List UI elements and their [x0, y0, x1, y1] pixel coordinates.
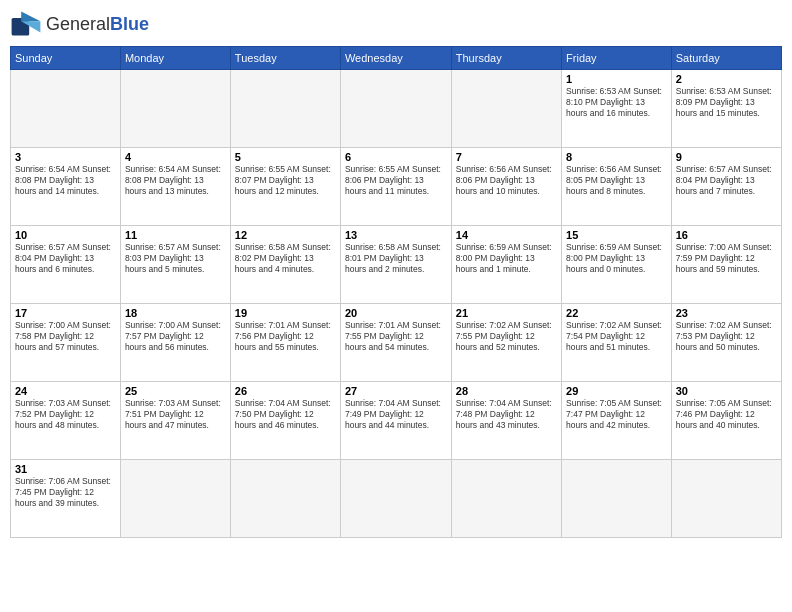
- calendar-cell: 1Sunrise: 6:53 AM Sunset: 8:10 PM Daylig…: [562, 70, 672, 148]
- calendar-cell: [671, 460, 781, 538]
- calendar-header-row: SundayMondayTuesdayWednesdayThursdayFrid…: [11, 47, 782, 70]
- day-number: 25: [125, 385, 226, 397]
- day-info: Sunrise: 6:55 AM Sunset: 8:06 PM Dayligh…: [345, 164, 447, 197]
- calendar-cell: 24Sunrise: 7:03 AM Sunset: 7:52 PM Dayli…: [11, 382, 121, 460]
- calendar-cell: 12Sunrise: 6:58 AM Sunset: 8:02 PM Dayli…: [230, 226, 340, 304]
- day-info: Sunrise: 6:56 AM Sunset: 8:05 PM Dayligh…: [566, 164, 667, 197]
- calendar-cell: [451, 460, 561, 538]
- day-number: 21: [456, 307, 557, 319]
- day-header-friday: Friday: [562, 47, 672, 70]
- calendar-cell: 23Sunrise: 7:02 AM Sunset: 7:53 PM Dayli…: [671, 304, 781, 382]
- calendar-cell: [340, 460, 451, 538]
- day-info: Sunrise: 7:04 AM Sunset: 7:50 PM Dayligh…: [235, 398, 336, 431]
- day-number: 20: [345, 307, 447, 319]
- calendar-cell: 30Sunrise: 7:05 AM Sunset: 7:46 PM Dayli…: [671, 382, 781, 460]
- logo-icon: [10, 10, 42, 38]
- calendar-cell: [230, 70, 340, 148]
- calendar-cell: [120, 460, 230, 538]
- day-number: 13: [345, 229, 447, 241]
- logo: GeneralBlue: [10, 10, 149, 38]
- calendar-cell: 17Sunrise: 7:00 AM Sunset: 7:58 PM Dayli…: [11, 304, 121, 382]
- day-info: Sunrise: 7:01 AM Sunset: 7:55 PM Dayligh…: [345, 320, 447, 353]
- calendar-cell: 15Sunrise: 6:59 AM Sunset: 8:00 PM Dayli…: [562, 226, 672, 304]
- calendar-cell: 18Sunrise: 7:00 AM Sunset: 7:57 PM Dayli…: [120, 304, 230, 382]
- calendar-cell: 16Sunrise: 7:00 AM Sunset: 7:59 PM Dayli…: [671, 226, 781, 304]
- calendar-week-2: 10Sunrise: 6:57 AM Sunset: 8:04 PM Dayli…: [11, 226, 782, 304]
- day-number: 27: [345, 385, 447, 397]
- calendar-cell: 28Sunrise: 7:04 AM Sunset: 7:48 PM Dayli…: [451, 382, 561, 460]
- day-info: Sunrise: 7:00 AM Sunset: 7:57 PM Dayligh…: [125, 320, 226, 353]
- day-info: Sunrise: 7:01 AM Sunset: 7:56 PM Dayligh…: [235, 320, 336, 353]
- day-number: 28: [456, 385, 557, 397]
- day-info: Sunrise: 7:04 AM Sunset: 7:48 PM Dayligh…: [456, 398, 557, 431]
- day-info: Sunrise: 6:59 AM Sunset: 8:00 PM Dayligh…: [566, 242, 667, 275]
- calendar-cell: 6Sunrise: 6:55 AM Sunset: 8:06 PM Daylig…: [340, 148, 451, 226]
- day-info: Sunrise: 6:58 AM Sunset: 8:02 PM Dayligh…: [235, 242, 336, 275]
- calendar-cell: 8Sunrise: 6:56 AM Sunset: 8:05 PM Daylig…: [562, 148, 672, 226]
- day-number: 3: [15, 151, 116, 163]
- day-number: 8: [566, 151, 667, 163]
- calendar-cell: 13Sunrise: 6:58 AM Sunset: 8:01 PM Dayli…: [340, 226, 451, 304]
- calendar-week-1: 3Sunrise: 6:54 AM Sunset: 8:08 PM Daylig…: [11, 148, 782, 226]
- calendar-cell: 3Sunrise: 6:54 AM Sunset: 8:08 PM Daylig…: [11, 148, 121, 226]
- day-number: 2: [676, 73, 777, 85]
- day-info: Sunrise: 7:00 AM Sunset: 7:58 PM Dayligh…: [15, 320, 116, 353]
- calendar-week-3: 17Sunrise: 7:00 AM Sunset: 7:58 PM Dayli…: [11, 304, 782, 382]
- calendar-cell: 7Sunrise: 6:56 AM Sunset: 8:06 PM Daylig…: [451, 148, 561, 226]
- day-info: Sunrise: 7:02 AM Sunset: 7:54 PM Dayligh…: [566, 320, 667, 353]
- day-info: Sunrise: 6:57 AM Sunset: 8:04 PM Dayligh…: [15, 242, 116, 275]
- day-info: Sunrise: 7:04 AM Sunset: 7:49 PM Dayligh…: [345, 398, 447, 431]
- day-number: 1: [566, 73, 667, 85]
- day-info: Sunrise: 6:57 AM Sunset: 8:04 PM Dayligh…: [676, 164, 777, 197]
- day-info: Sunrise: 6:56 AM Sunset: 8:06 PM Dayligh…: [456, 164, 557, 197]
- day-info: Sunrise: 7:02 AM Sunset: 7:53 PM Dayligh…: [676, 320, 777, 353]
- day-number: 15: [566, 229, 667, 241]
- day-number: 24: [15, 385, 116, 397]
- calendar-table: SundayMondayTuesdayWednesdayThursdayFrid…: [10, 46, 782, 538]
- calendar-cell: 5Sunrise: 6:55 AM Sunset: 8:07 PM Daylig…: [230, 148, 340, 226]
- calendar-cell: 20Sunrise: 7:01 AM Sunset: 7:55 PM Dayli…: [340, 304, 451, 382]
- calendar-cell: 27Sunrise: 7:04 AM Sunset: 7:49 PM Dayli…: [340, 382, 451, 460]
- day-info: Sunrise: 6:54 AM Sunset: 8:08 PM Dayligh…: [125, 164, 226, 197]
- calendar-week-4: 24Sunrise: 7:03 AM Sunset: 7:52 PM Dayli…: [11, 382, 782, 460]
- calendar-cell: [120, 70, 230, 148]
- day-header-monday: Monday: [120, 47, 230, 70]
- day-info: Sunrise: 7:05 AM Sunset: 7:46 PM Dayligh…: [676, 398, 777, 431]
- svg-marker-1: [21, 12, 40, 22]
- logo-text: GeneralBlue: [46, 14, 149, 35]
- day-number: 19: [235, 307, 336, 319]
- day-number: 22: [566, 307, 667, 319]
- calendar-cell: [11, 70, 121, 148]
- day-number: 18: [125, 307, 226, 319]
- calendar-week-0: 1Sunrise: 6:53 AM Sunset: 8:10 PM Daylig…: [11, 70, 782, 148]
- calendar-cell: 11Sunrise: 6:57 AM Sunset: 8:03 PM Dayli…: [120, 226, 230, 304]
- day-info: Sunrise: 7:00 AM Sunset: 7:59 PM Dayligh…: [676, 242, 777, 275]
- day-number: 31: [15, 463, 116, 475]
- day-number: 23: [676, 307, 777, 319]
- day-header-wednesday: Wednesday: [340, 47, 451, 70]
- day-number: 10: [15, 229, 116, 241]
- day-info: Sunrise: 7:03 AM Sunset: 7:51 PM Dayligh…: [125, 398, 226, 431]
- day-number: 12: [235, 229, 336, 241]
- day-number: 7: [456, 151, 557, 163]
- calendar-cell: 10Sunrise: 6:57 AM Sunset: 8:04 PM Dayli…: [11, 226, 121, 304]
- day-number: 11: [125, 229, 226, 241]
- calendar-cell: 19Sunrise: 7:01 AM Sunset: 7:56 PM Dayli…: [230, 304, 340, 382]
- day-info: Sunrise: 6:58 AM Sunset: 8:01 PM Dayligh…: [345, 242, 447, 275]
- calendar-cell: 26Sunrise: 7:04 AM Sunset: 7:50 PM Dayli…: [230, 382, 340, 460]
- day-info: Sunrise: 6:54 AM Sunset: 8:08 PM Dayligh…: [15, 164, 116, 197]
- calendar-cell: 9Sunrise: 6:57 AM Sunset: 8:04 PM Daylig…: [671, 148, 781, 226]
- calendar-cell: 2Sunrise: 6:53 AM Sunset: 8:09 PM Daylig…: [671, 70, 781, 148]
- calendar-cell: 22Sunrise: 7:02 AM Sunset: 7:54 PM Dayli…: [562, 304, 672, 382]
- day-info: Sunrise: 6:53 AM Sunset: 8:10 PM Dayligh…: [566, 86, 667, 119]
- day-info: Sunrise: 7:06 AM Sunset: 7:45 PM Dayligh…: [15, 476, 116, 509]
- day-number: 4: [125, 151, 226, 163]
- day-header-sunday: Sunday: [11, 47, 121, 70]
- day-info: Sunrise: 6:55 AM Sunset: 8:07 PM Dayligh…: [235, 164, 336, 197]
- day-number: 16: [676, 229, 777, 241]
- calendar-cell: 25Sunrise: 7:03 AM Sunset: 7:51 PM Dayli…: [120, 382, 230, 460]
- calendar-cell: 4Sunrise: 6:54 AM Sunset: 8:08 PM Daylig…: [120, 148, 230, 226]
- day-number: 6: [345, 151, 447, 163]
- day-info: Sunrise: 7:02 AM Sunset: 7:55 PM Dayligh…: [456, 320, 557, 353]
- day-info: Sunrise: 6:57 AM Sunset: 8:03 PM Dayligh…: [125, 242, 226, 275]
